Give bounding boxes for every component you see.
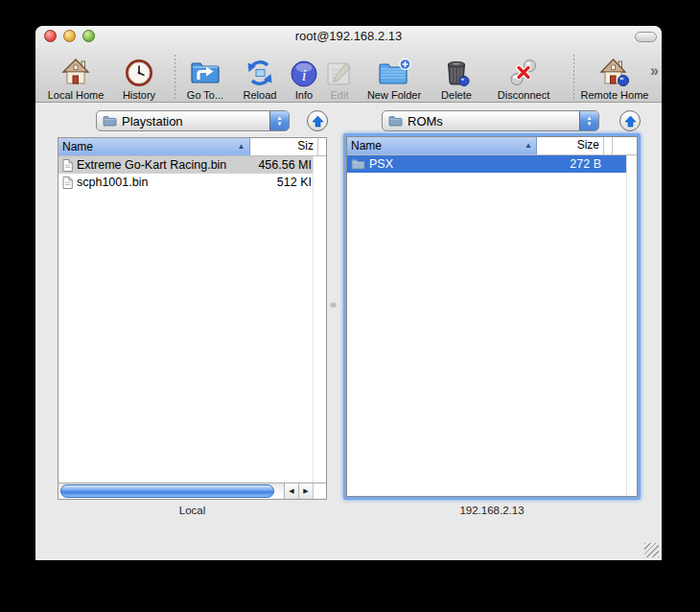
local-up-directory-button[interactable] xyxy=(307,110,328,131)
scrollbar-thumb[interactable] xyxy=(60,484,274,498)
zoom-button[interactable] xyxy=(82,30,95,42)
remote-name-column-header[interactable]: Name ▲ xyxy=(347,137,537,154)
folder-icon xyxy=(103,115,117,127)
scroll-right-icon: ▶ xyxy=(303,487,308,495)
reload-button[interactable]: Reload xyxy=(237,51,283,102)
size-header-label: Siz xyxy=(297,139,314,153)
file-icon xyxy=(62,159,73,172)
toolbar: Local Home History xyxy=(35,47,662,102)
size-header-label: Size xyxy=(577,138,599,152)
local-vertical-scrollbar-track[interactable] xyxy=(313,156,326,483)
remote-home-icon xyxy=(597,53,632,88)
local-header-filler xyxy=(318,138,326,155)
edit-button[interactable]: Edit xyxy=(325,51,354,102)
remote-path-value: ROMs xyxy=(408,114,579,129)
local-list-header: Name ▲ Siz xyxy=(58,138,326,156)
local-horizontal-scrollbar[interactable]: ◀ ▶ xyxy=(58,483,326,499)
new-folder-icon xyxy=(376,53,412,88)
file-size: 512 KI xyxy=(251,176,314,189)
goto-button[interactable]: Go To... xyxy=(180,51,230,102)
remote-file-list: Name ▲ Size PSX xyxy=(346,136,638,497)
remote-pane-focus-ring: Name ▲ Size PSX xyxy=(343,133,641,500)
toolbar-separator xyxy=(175,55,175,99)
file-name: PSX xyxy=(369,157,393,171)
remote-size-column-header[interactable]: Size xyxy=(537,137,604,154)
local-size-column-header[interactable]: Siz xyxy=(250,138,319,155)
history-button[interactable]: History xyxy=(115,51,163,102)
remote-home-label: Remote Home xyxy=(581,88,649,102)
local-path-value: Playstation xyxy=(122,114,269,129)
remote-vertical-scrollbar-track[interactable] xyxy=(626,155,637,496)
up-arrow-icon xyxy=(312,115,324,128)
titlebar[interactable]: root@192.168.2.13 xyxy=(35,26,662,47)
scrollbar-corner xyxy=(313,483,326,499)
remote-path-dropdown[interactable]: ROMs ▲ ▼ xyxy=(382,110,599,131)
goto-label: Go To... xyxy=(187,88,223,102)
local-home-icon xyxy=(59,53,92,88)
new-folder-label: New Folder xyxy=(367,88,421,102)
pane-divider-handle[interactable] xyxy=(330,302,337,308)
edit-icon xyxy=(325,53,354,88)
folder-icon xyxy=(388,115,403,127)
disconnect-icon xyxy=(504,53,543,88)
delete-icon xyxy=(441,53,472,88)
edit-label: Edit xyxy=(331,88,349,102)
name-header-label: Name xyxy=(62,140,93,154)
scroll-left-icon: ◀ xyxy=(289,487,293,495)
goto-folder-icon xyxy=(188,53,222,88)
name-header-label: Name xyxy=(351,139,382,153)
file-size: 272 B xyxy=(537,157,604,171)
minimize-button[interactable] xyxy=(63,30,76,42)
file-name: Extreme Go-Kart Racing.bin xyxy=(77,158,226,172)
toolbar-separator xyxy=(573,55,574,99)
traffic-lights xyxy=(44,30,95,42)
new-folder-button[interactable]: New Folder xyxy=(361,51,428,102)
up-arrow-icon xyxy=(624,115,637,128)
remote-home-button[interactable]: Remote Home xyxy=(579,51,650,102)
disconnect-button[interactable]: Disconnect xyxy=(485,51,562,102)
remote-list-header: Name ▲ Size xyxy=(347,137,637,155)
info-icon: i xyxy=(290,53,318,88)
app-window: root@192.168.2.13 Local Home xyxy=(35,26,662,560)
scroll-left-button[interactable]: ◀ xyxy=(284,483,298,499)
delete-label: Delete xyxy=(441,88,472,102)
remote-up-directory-button[interactable] xyxy=(619,110,641,131)
reload-icon xyxy=(244,53,276,88)
scrollbar-track[interactable] xyxy=(58,483,284,499)
table-row[interactable]: Extreme Go-Kart Racing.bin 456.56 MI xyxy=(58,156,314,174)
remote-header-spacer xyxy=(604,137,613,154)
sort-ascending-icon: ▲ xyxy=(238,143,245,151)
stepper-arrows-icon: ▲ ▼ xyxy=(579,111,598,130)
svg-text:i: i xyxy=(302,66,307,84)
local-list-body[interactable]: Extreme Go-Kart Racing.bin 456.56 MI scp… xyxy=(58,156,326,483)
disconnect-label: Disconnect xyxy=(498,88,549,102)
local-path-dropdown[interactable]: Playstation ▲ ▼ xyxy=(96,110,290,131)
reload-label: Reload xyxy=(244,88,277,102)
info-button[interactable]: i Info xyxy=(290,51,318,102)
toolbar-overflow-chevron[interactable]: » xyxy=(650,62,659,80)
local-name-column-header[interactable]: Name ▲ xyxy=(58,138,250,155)
toolbar-toggle-pill[interactable] xyxy=(635,32,657,42)
table-row[interactable]: scph1001.bin 512 KI xyxy=(58,174,314,191)
stepper-down-icon: ▼ xyxy=(277,121,283,127)
local-home-label: Local Home xyxy=(48,88,105,102)
scroll-right-button[interactable]: ▶ xyxy=(298,483,313,499)
remote-header-filler xyxy=(613,137,637,154)
sort-ascending-icon: ▲ xyxy=(525,142,532,150)
stepper-down-icon: ▼ xyxy=(587,121,593,127)
table-row[interactable]: PSX 272 B xyxy=(347,155,627,173)
close-button[interactable] xyxy=(44,30,57,42)
folder-icon xyxy=(351,158,365,170)
remote-host-label: 192.168.2.13 xyxy=(343,505,641,516)
local-pane-label: Local xyxy=(58,505,327,516)
remote-list-body[interactable]: PSX 272 B xyxy=(347,155,637,496)
file-size: 456.56 MI xyxy=(251,158,314,172)
local-home-button[interactable]: Local Home xyxy=(43,51,108,102)
window-chrome: root@192.168.2.13 Local Home xyxy=(35,26,662,103)
delete-button[interactable]: Delete xyxy=(434,51,478,102)
window-resize-grip[interactable] xyxy=(644,543,659,557)
local-file-list: Name ▲ Siz Extreme Go-Kart Racing.bin xyxy=(58,137,327,500)
history-label: History xyxy=(123,88,155,102)
file-icon xyxy=(62,177,73,189)
stepper-arrows-icon: ▲ ▼ xyxy=(269,111,289,130)
